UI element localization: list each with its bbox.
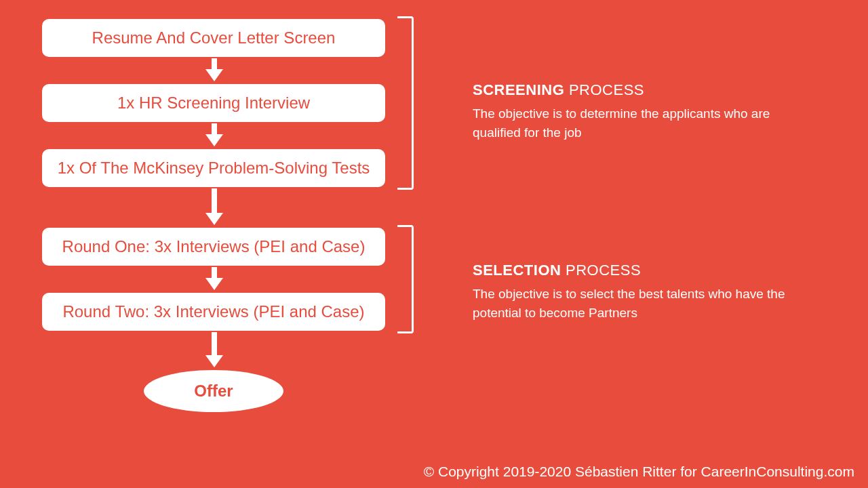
svg-marker-7 <box>205 278 223 290</box>
arrow-down-icon <box>205 58 223 81</box>
step-round-two: Round Two: 3x Interviews (PEI and Case) <box>42 293 385 331</box>
svg-rect-8 <box>212 332 217 356</box>
step-hr-screening: 1x HR Screening Interview <box>42 84 385 122</box>
selection-title-bold: SELECTION <box>473 262 561 279</box>
svg-marker-9 <box>205 355 223 367</box>
bracket-screening <box>397 16 414 190</box>
svg-marker-5 <box>205 213 223 225</box>
selection-title: SELECTION PROCESS <box>473 262 641 279</box>
arrow-down-icon <box>205 188 223 225</box>
step-offer: Offer <box>144 370 283 412</box>
screening-title-light: PROCESS <box>564 81 644 98</box>
step-resume-screen: Resume And Cover Letter Screen <box>42 19 385 57</box>
selection-title-light: PROCESS <box>561 262 641 279</box>
step-round-one: Round One: 3x Interviews (PEI and Case) <box>42 228 385 266</box>
arrow-down-icon <box>205 123 223 146</box>
arrow-down-icon <box>205 332 223 367</box>
arrow-down-icon <box>205 267 223 290</box>
step-problem-solving-test: 1x Of The McKinsey Problem-Solving Tests <box>42 149 385 187</box>
bracket-selection <box>397 225 414 333</box>
selection-desc: The objective is to select the best tale… <box>473 285 791 322</box>
copyright-text: © Copyright 2019-2020 Sébastien Ritter f… <box>424 464 854 480</box>
diagram-stage: Resume And Cover Letter Screen 1x HR Scr… <box>0 0 868 488</box>
svg-rect-0 <box>212 58 217 70</box>
screening-title-bold: SCREENING <box>473 81 564 98</box>
svg-rect-6 <box>212 267 217 279</box>
svg-rect-4 <box>212 188 217 214</box>
svg-marker-1 <box>205 69 223 81</box>
screening-desc: The objective is to determine the applic… <box>473 104 771 142</box>
svg-rect-2 <box>212 123 217 135</box>
screening-title: SCREENING PROCESS <box>473 81 644 99</box>
svg-marker-3 <box>205 134 223 146</box>
